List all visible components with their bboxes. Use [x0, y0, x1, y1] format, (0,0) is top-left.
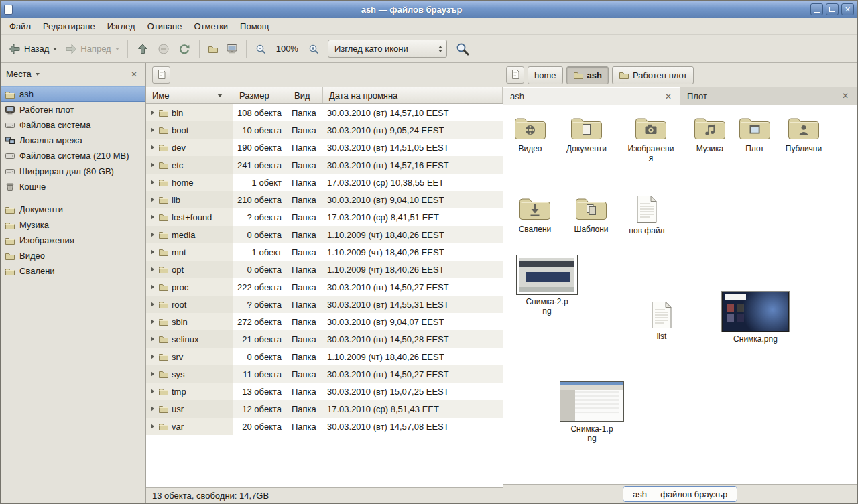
icon-view-item-7[interactable]: Шаблони [562, 195, 620, 234]
tab-close-icon[interactable]: ✕ [841, 91, 850, 101]
zoom-in-button[interactable] [304, 40, 323, 58]
icon-view-item-12[interactable]: Снимка-1.png [555, 381, 629, 443]
computer-button[interactable] [223, 40, 241, 58]
table-row[interactable]: opt0 обектаПапка1.10.2009 (чт) 18,40,26 … [146, 261, 503, 278]
table-row[interactable]: home1 обектПапка17.03.2010 (ср) 10,38,55… [146, 174, 503, 191]
icon-view-item-6[interactable]: Свалени [506, 195, 564, 234]
expander-icon[interactable] [151, 389, 154, 394]
close-button[interactable]: ✕ [841, 3, 854, 15]
table-row[interactable]: dev190 обектаПапка30.03.2010 (вт) 14,51,… [146, 139, 503, 156]
location-toggle-button[interactable] [152, 66, 170, 84]
path-toggle-button[interactable] [506, 66, 524, 84]
expander-icon[interactable] [151, 302, 154, 307]
table-row[interactable]: media0 обектаПапка1.10.2009 (чт) 18,40,2… [146, 226, 503, 243]
home-button[interactable] [204, 41, 222, 57]
table-row[interactable]: lib210 обектаПапка30.03.2010 (вт) 9,04,1… [146, 191, 503, 208]
icon-view-item-0[interactable]: Видео [503, 115, 559, 153]
table-row[interactable]: usr12 обектаПапка17.03.2010 (ср) 8,51,43… [146, 400, 503, 418]
minimize-button[interactable] [810, 3, 823, 15]
back-history-dropdown-icon[interactable] [53, 48, 57, 50]
table-row[interactable]: etc241 обектаПапка30.03.2010 (вт) 14,57,… [146, 156, 503, 174]
tab-1[interactable]: Плот✕ [680, 87, 857, 105]
column-header-date[interactable]: Дата на промяна [323, 87, 503, 103]
icon-view[interactable]: ВидеоДокументиИзображенияМузикаПлотПубли… [503, 105, 857, 484]
menu-item-5[interactable]: Помощ [234, 19, 275, 34]
breadcrumb-button-1[interactable]: ash [566, 66, 609, 84]
expander-icon[interactable] [151, 336, 154, 342]
sidebar-item-5[interactable]: Шифриран дял (80 GB) [1, 164, 145, 179]
tab-0[interactable]: ash✕ [503, 87, 680, 105]
taskbar-window-button[interactable]: ash — файлов браузър [623, 486, 737, 502]
sidebar-item-1[interactable]: Работен плот [1, 102, 145, 117]
forward-button[interactable]: Напред [61, 40, 122, 58]
expander-icon[interactable] [151, 110, 154, 115]
column-header-name[interactable]: Име [146, 87, 233, 103]
sidebar-item-0[interactable]: ash [1, 86, 145, 102]
tab-close-icon[interactable]: ✕ [664, 92, 673, 101]
table-row[interactable]: proc222 обектаПапка30.03.2010 (вт) 14,50… [146, 278, 503, 296]
sidebar-item-9[interactable]: Музика [1, 217, 145, 233]
menu-item-4[interactable]: Отметки [188, 19, 234, 34]
table-row[interactable]: lost+found? обектаПапка17.03.2010 (ср) 8… [146, 208, 503, 226]
table-row[interactable]: srv0 обектаПапка1.10.2009 (чт) 18,40,26 … [146, 348, 503, 365]
sidebar-item-2[interactable]: Файлова система [1, 117, 145, 133]
expander-icon[interactable] [151, 249, 154, 255]
expander-icon[interactable] [151, 145, 154, 150]
sidebar-item-6[interactable]: Кошче [1, 179, 145, 194]
reload-button[interactable] [174, 40, 194, 58]
expander-icon[interactable] [151, 232, 154, 237]
sidebar-item-12[interactable]: Свалени [1, 263, 145, 279]
sidebar-item-11[interactable]: Видео [1, 248, 145, 263]
table-row[interactable]: tmp13 обектаПапка30.03.2010 (вт) 15,07,2… [146, 383, 503, 400]
up-button[interactable] [133, 40, 153, 58]
sidebar-item-8[interactable]: Документи [1, 202, 145, 217]
column-header-type[interactable]: Вид [288, 87, 323, 103]
expander-icon[interactable] [151, 162, 154, 168]
icon-view-item-9[interactable]: Снимка-2.png [510, 255, 584, 316]
back-button[interactable]: Назад [5, 40, 60, 58]
sidebar-dropdown-icon[interactable] [36, 73, 40, 76]
table-row[interactable]: boot10 обектаПапка30.03.2010 (вт) 9,05,2… [146, 121, 503, 139]
column-header-size[interactable]: Размер [233, 87, 288, 103]
expander-icon[interactable] [151, 284, 154, 290]
expander-icon[interactable] [151, 180, 154, 185]
expander-icon[interactable] [151, 214, 154, 220]
icon-view-item-5[interactable]: Публични [775, 115, 833, 153]
icon-view-item-2[interactable]: Изображения [622, 115, 680, 163]
table-row[interactable]: selinux21 обектаПапка30.03.2010 (вт) 14,… [146, 330, 503, 348]
view-mode-select[interactable]: Изглед като икони [328, 40, 447, 58]
sidebar-item-10[interactable]: Изображения [1, 233, 145, 248]
menu-item-1[interactable]: Редактиране [37, 19, 101, 34]
expander-icon[interactable] [151, 424, 154, 429]
icon-view-item-10[interactable]: list [638, 301, 685, 341]
expander-icon[interactable] [151, 354, 154, 359]
expander-icon[interactable] [151, 267, 154, 272]
sidebar-close-icon[interactable]: ✕ [128, 68, 140, 80]
icon-view-item-11[interactable]: Снимка.png [719, 292, 792, 344]
table-row[interactable]: sys11 обектаПапка30.03.2010 (вт) 14,50,2… [146, 365, 503, 383]
icon-view-item-8[interactable]: нов файл [623, 195, 670, 235]
sidebar-title[interactable]: Места [6, 69, 32, 79]
table-row[interactable]: bin108 обектаПапка30.03.2010 (вт) 14,57,… [146, 104, 503, 121]
icon-view-item-1[interactable]: Документи [558, 115, 615, 153]
sidebar-item-3[interactable]: Локална мрежа [1, 133, 145, 148]
zoom-out-button[interactable] [251, 40, 270, 58]
expander-icon[interactable] [151, 319, 154, 324]
expander-icon[interactable] [151, 127, 154, 133]
expander-icon[interactable] [151, 197, 154, 202]
expander-icon[interactable] [151, 371, 154, 377]
table-row[interactable]: mnt1 обектПапка1.10.2009 (чт) 18,40,26 E… [146, 243, 503, 261]
table-row[interactable]: sbin272 обектаПапка30.03.2010 (вт) 9,04,… [146, 313, 503, 330]
breadcrumb-button-2[interactable]: Работен плот [612, 66, 694, 84]
maximize-button[interactable] [826, 3, 839, 15]
menu-item-2[interactable]: Изглед [101, 19, 141, 34]
table-row[interactable]: var20 обектаПапка30.03.2010 (вт) 14,57,0… [146, 418, 503, 435]
menu-item-3[interactable]: Отиване [141, 19, 188, 34]
stop-button[interactable] [154, 40, 174, 58]
menu-item-0[interactable]: Файл [3, 19, 37, 34]
breadcrumb-button-0[interactable]: home [528, 66, 563, 84]
expander-icon[interactable] [151, 406, 154, 412]
sidebar-item-4[interactable]: Файлова система (210 MB) [1, 148, 145, 164]
table-row[interactable]: root? обектаПапка30.03.2010 (вт) 14,55,3… [146, 296, 503, 313]
titlebar[interactable]: ash — файлов браузър ✕ [1, 1, 857, 18]
